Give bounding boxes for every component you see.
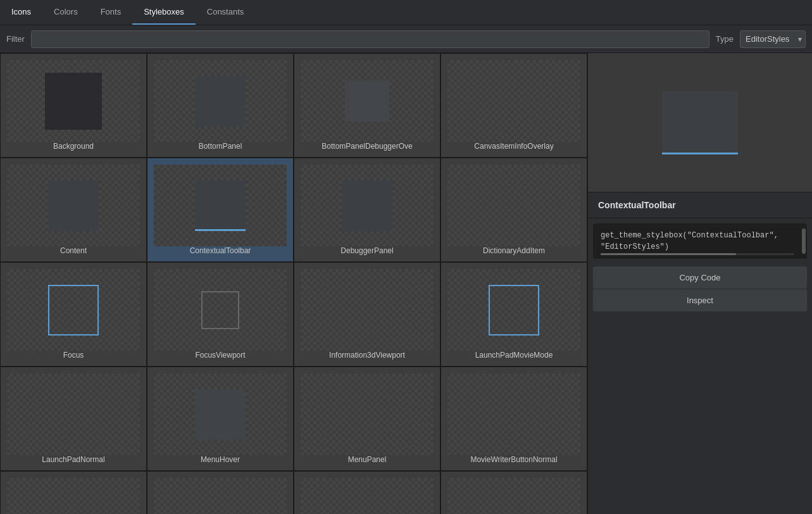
style-cell-canvasitem[interactable]: CanvasItemInfoOverlay [440, 53, 587, 158]
cell-preview-contextualtoolbar [154, 165, 287, 246]
main-layout: Background BottomPanel BottomPanelDebugg… [0, 53, 812, 514]
cell-label-launchpadmovie: LaunchPadMovieMode [475, 351, 553, 360]
inspect-button[interactable]: Inspect [593, 289, 807, 311]
preview-shape [195, 180, 246, 231]
style-cell-contextualtoolbar[interactable]: ContextualToolbar [147, 158, 294, 262]
right-panel-code: get_theme_stylebox("ContextualToolbar", … [593, 223, 807, 259]
tab-colors[interactable]: Colors [42, 0, 89, 25]
cell-label-menuhover: MenuHover [201, 455, 240, 464]
cell-preview-canvasitem [447, 60, 580, 142]
cell-label-bottompanel: BottomPanel [199, 142, 242, 151]
cell-label-bottompaneldebugger: BottomPanelDebuggerOve [322, 142, 412, 151]
style-cell-lastrow4[interactable] [440, 471, 587, 514]
type-label: Type [716, 34, 734, 44]
cell-preview-dictionaryadditem [447, 165, 580, 246]
style-grid-area[interactable]: Background BottomPanel BottomPanelDebugg… [0, 53, 587, 514]
filter-bar: Filter Type EditorStyles Theme Project [0, 25, 812, 53]
cell-label-background: Background [53, 142, 94, 151]
preview-shape [201, 291, 239, 329]
cell-preview-focus [7, 269, 140, 351]
right-preview-box [662, 91, 738, 154]
style-cell-focusviewport[interactable]: FocusViewport [147, 262, 294, 367]
preview-shape [342, 180, 392, 231]
style-cell-launchpadnormal[interactable]: LaunchPadNormal [0, 367, 147, 471]
code-scrollbar[interactable] [802, 229, 806, 254]
cell-label-canvasitem: CanvasItemInfoOverlay [474, 142, 553, 151]
style-cell-lastrow3[interactable] [294, 471, 440, 514]
cell-preview-content [7, 165, 140, 246]
cell-preview-bottompaneldebugger [301, 60, 434, 142]
cell-label-moviewriter: MovieWriterButtonNormal [470, 455, 557, 464]
style-cell-menuhover[interactable]: MenuHover [147, 367, 294, 471]
cell-preview-debuggerpanel [301, 165, 434, 246]
style-cell-launchpadmovie[interactable]: LaunchPadMovieMode [440, 262, 587, 367]
preview-shape [48, 180, 99, 231]
filter-input[interactable] [31, 30, 709, 48]
type-select[interactable]: EditorStyles Theme Project [740, 30, 806, 48]
preview-shape [48, 285, 99, 335]
cell-label-focusviewport: FocusViewport [195, 351, 245, 360]
cell-preview-background [7, 60, 140, 142]
style-cell-lastrow1[interactable] [0, 471, 147, 514]
copy-code-button[interactable]: Copy Code [593, 266, 807, 289]
cell-preview-lastrow1 [7, 478, 140, 514]
style-cell-focus[interactable]: Focus [0, 262, 147, 367]
cell-preview-menupanel [301, 373, 434, 455]
style-cell-debuggerpanel[interactable]: DebuggerPanel [294, 158, 440, 262]
preview-shape [195, 76, 246, 127]
style-cell-menupanel[interactable]: MenuPanel [294, 367, 440, 471]
cell-label-focus: Focus [63, 351, 84, 360]
preview-shape [345, 80, 389, 122]
code-scroll-bar [601, 253, 736, 255]
preview-shape [489, 285, 539, 335]
cell-label-launchpadnormal: LaunchPadNormal [42, 455, 104, 464]
style-cell-moviewriter[interactable]: MovieWriterButtonNormal [440, 367, 587, 471]
tab-styleboxes[interactable]: Styleboxes [132, 0, 196, 25]
cell-preview-bottompanel [154, 60, 287, 142]
cell-preview-launchpadmovie [447, 269, 580, 351]
top-nav: Icons Colors Fonts Styleboxes Constants [0, 0, 812, 25]
cell-label-debuggerpanel: DebuggerPanel [340, 246, 393, 255]
cell-label-menupanel: MenuPanel [348, 455, 387, 464]
style-cell-information3d[interactable]: Information3dViewport [294, 262, 440, 367]
tab-constants[interactable]: Constants [196, 0, 256, 25]
style-cell-background[interactable]: Background [0, 53, 147, 158]
style-cell-bottompaneldebugger[interactable]: BottomPanelDebuggerOve [294, 53, 440, 158]
style-cell-content[interactable]: Content [0, 158, 147, 262]
style-cell-dictionaryadditem[interactable]: DictionaryAddItem [440, 158, 587, 262]
cell-label-information3d: Information3dViewport [329, 351, 405, 360]
cell-label-contextualtoolbar: ContextualToolbar [190, 246, 251, 255]
style-cell-lastrow2[interactable] [147, 471, 294, 514]
preview-shape [195, 389, 246, 440]
cell-preview-information3d [301, 269, 434, 351]
cell-preview-lastrow3 [301, 478, 434, 514]
cell-preview-lastrow2 [154, 478, 287, 514]
cell-preview-moviewriter [447, 373, 580, 455]
right-panel-title: ContextualToolbar [588, 192, 812, 218]
cell-preview-menuhover [154, 373, 287, 455]
tab-icons[interactable]: Icons [0, 0, 42, 25]
cell-label-content: Content [60, 246, 87, 255]
preview-shape [45, 73, 102, 130]
type-select-wrapper: EditorStyles Theme Project [740, 30, 806, 48]
code-scroll-indicator [601, 253, 794, 255]
code-text: get_theme_stylebox("ContextualToolbar", … [601, 231, 778, 251]
filter-label: Filter [6, 34, 25, 44]
tab-fonts[interactable]: Fonts [89, 0, 133, 25]
cell-preview-lastrow4 [447, 478, 580, 514]
cell-preview-focusviewport [154, 269, 287, 351]
style-cell-bottompanel[interactable]: BottomPanel [147, 53, 294, 158]
right-panel-buttons: Copy Code Inspect [593, 266, 807, 311]
right-panel-preview [588, 53, 812, 192]
cell-preview-launchpadnormal [7, 373, 140, 455]
style-grid: Background BottomPanel BottomPanelDebugg… [0, 53, 587, 514]
cell-label-dictionaryadditem: DictionaryAddItem [483, 246, 545, 255]
right-panel: ContextualToolbar get_theme_stylebox("Co… [587, 53, 812, 514]
